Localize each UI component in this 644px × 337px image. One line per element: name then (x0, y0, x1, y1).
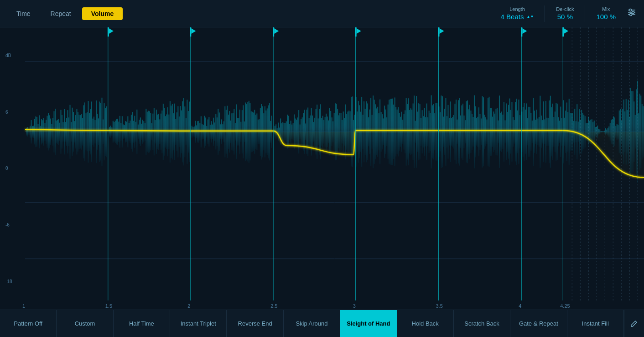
tab-repeat[interactable]: Repeat (42, 7, 80, 20)
preset-hold-back[interactable]: Hold Back (397, 310, 454, 337)
preset-instant-fill[interactable]: Instant Fill (567, 310, 624, 337)
declick-control: De-click 50 % (556, 6, 574, 21)
declick-value[interactable]: 50 % (557, 13, 573, 21)
preset-skip-around[interactable]: Skip Around (284, 310, 340, 337)
edit-button[interactable] (624, 310, 644, 337)
header-controls: Length 4 Beats ▲▼ De-click 50 % Mix 100 … (501, 5, 637, 22)
svg-point-5 (630, 14, 632, 16)
pencil-icon (630, 320, 638, 327)
svg-point-3 (629, 9, 632, 11)
length-control: Length 4 Beats ▲▼ (501, 6, 534, 21)
waveform-area[interactable]: dB 6 0 -6 -18 (0, 27, 644, 310)
sliders-icon (627, 7, 637, 17)
settings-button[interactable] (627, 7, 637, 20)
length-label: Length (509, 6, 525, 12)
preset-pattern-off[interactable]: Pattern Off (0, 310, 57, 337)
mix-label: Mix (602, 6, 610, 12)
mix-control: Mix 100 % (596, 6, 616, 21)
preset-gate-repeat[interactable]: Gate & Repeat (510, 310, 567, 337)
declick-label: De-click (556, 6, 574, 12)
bottom-toolbar: Pattern Off Custom Half Time Instant Tri… (0, 310, 644, 337)
header: Time Repeat Volume Length 4 Beats ▲▼ De-… (0, 0, 644, 27)
preset-instant-triplet[interactable]: Instant Triplet (170, 310, 227, 337)
tab-time[interactable]: Time (7, 7, 40, 20)
mix-value[interactable]: 100 % (596, 13, 616, 21)
preset-sleight-of-hand[interactable]: Sleight of Hand (340, 310, 397, 337)
preset-scratch-back[interactable]: Scratch Back (454, 310, 510, 337)
tab-group: Time Repeat Volume (7, 7, 123, 20)
preset-half-time[interactable]: Half Time (114, 310, 170, 337)
waveform-canvas[interactable] (0, 27, 644, 310)
preset-custom[interactable]: Custom (57, 310, 113, 337)
svg-point-4 (632, 11, 634, 14)
divider-1 (545, 5, 545, 22)
length-value[interactable]: 4 Beats ▲▼ (501, 13, 534, 21)
length-arrows-icon: ▲▼ (526, 15, 534, 19)
preset-reverse-end[interactable]: Reverse End (227, 310, 283, 337)
tab-volume[interactable]: Volume (82, 7, 123, 20)
divider-2 (585, 5, 585, 22)
